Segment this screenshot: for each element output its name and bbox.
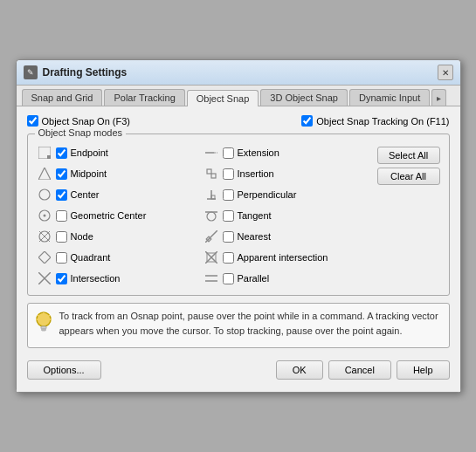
quadrant-checkbox[interactable]	[56, 252, 67, 264]
quadrant-icon	[37, 250, 52, 265]
cancel-button[interactable]: Cancel	[328, 360, 391, 380]
insertion-icon	[204, 166, 219, 181]
tab-dynamic-input[interactable]: Dynamic Input	[349, 89, 430, 106]
bottom-buttons: Options... OK Cancel Help	[27, 355, 450, 383]
tab-3d-object-snap[interactable]: 3D Object Snap	[260, 89, 348, 106]
snap-center: Center	[37, 185, 195, 204]
parallel-label[interactable]: Parallel	[223, 273, 270, 284]
parallel-text: Parallel	[238, 273, 270, 284]
endpoint-icon	[37, 145, 52, 161]
perpendicular-icon	[204, 187, 219, 202]
perpendicular-label[interactable]: Perpendicular	[223, 189, 297, 201]
geometric-center-checkbox[interactable]	[56, 210, 67, 222]
center-text: Center	[71, 189, 100, 200]
center-checkbox[interactable]	[56, 189, 67, 201]
svg-rect-1	[47, 155, 51, 159]
object-snap-on-text: Object Snap On (F3)	[42, 116, 131, 127]
extension-checkbox[interactable]	[223, 147, 234, 159]
snap-endpoint: Endpoint	[37, 143, 195, 162]
tangent-checkbox[interactable]	[223, 210, 234, 222]
quadrant-label[interactable]: Quadrant	[56, 252, 111, 264]
svg-point-12	[43, 215, 45, 217]
svg-rect-6	[211, 174, 216, 178]
extension-label[interactable]: Extension	[223, 147, 279, 159]
snap-quadrant: Quadrant	[37, 248, 195, 267]
endpoint-label[interactable]: Endpoint	[56, 147, 108, 159]
tangent-icon	[204, 208, 219, 223]
snap-tangent: Tangent	[204, 206, 362, 225]
help-button[interactable]: Help	[397, 360, 450, 380]
tab-snap-and-grid[interactable]: Snap and Grid	[22, 89, 103, 106]
app-icon: ✎	[24, 65, 38, 79]
tab-scroll-arrow[interactable]: ▸	[431, 89, 446, 106]
nearest-checkbox[interactable]	[223, 231, 234, 243]
svg-rect-5	[207, 169, 211, 174]
group-title: Object Snap modes	[35, 127, 127, 138]
snap-node: Node	[37, 227, 195, 246]
apparent-intersection-checkbox[interactable]	[223, 252, 234, 264]
clear-all-button[interactable]: Clear All	[377, 168, 440, 185]
node-label[interactable]: Node	[56, 231, 93, 243]
nearest-text: Nearest	[238, 231, 272, 242]
geometric-center-text: Geometric Center	[71, 210, 147, 221]
drafting-settings-dialog: ✎ Drafting Settings ✕ Snap and Grid Pola…	[16, 59, 461, 393]
endpoint-checkbox[interactable]	[56, 147, 67, 159]
tab-bar: Snap and Grid Polar Tracking Object Snap…	[17, 86, 460, 106]
tab-object-snap[interactable]: Object Snap	[187, 90, 259, 106]
midpoint-text: Midpoint	[71, 168, 107, 179]
tab-polar-tracking[interactable]: Polar Tracking	[104, 89, 184, 106]
titlebar-left: ✎ Drafting Settings	[24, 65, 128, 79]
close-button[interactable]: ✕	[438, 65, 453, 80]
nearest-label[interactable]: Nearest	[223, 231, 272, 243]
object-snap-tracking-checkbox[interactable]	[301, 115, 313, 127]
svg-point-13	[207, 212, 216, 221]
parallel-checkbox[interactable]	[223, 273, 234, 284]
object-snap-on-checkbox[interactable]	[27, 115, 38, 127]
object-snap-tracking-label[interactable]: Object Snap Tracking On (F11)	[301, 115, 449, 127]
extension-text: Extension	[238, 147, 279, 158]
parallel-icon	[204, 271, 219, 286]
apparent-intersection-icon	[204, 250, 219, 265]
svg-rect-31	[41, 329, 45, 331]
options-button[interactable]: Options...	[27, 360, 101, 380]
midpoint-icon	[37, 166, 52, 181]
node-checkbox[interactable]	[56, 231, 67, 243]
intersection-checkbox[interactable]	[56, 273, 67, 284]
info-box: To track from an Osnap point, pause over…	[27, 303, 450, 348]
midpoint-label[interactable]: Midpoint	[56, 168, 107, 180]
endpoint-text: Endpoint	[71, 147, 108, 158]
svg-marker-21	[38, 251, 51, 264]
tangent-label[interactable]: Tangent	[223, 210, 272, 222]
snap-perpendicular: Perpendicular	[204, 185, 362, 204]
object-snap-on-label[interactable]: Object Snap On (F3)	[27, 115, 131, 127]
geometric-center-label[interactable]: Geometric Center	[56, 210, 147, 222]
snap-nearest: Nearest	[204, 227, 362, 246]
tangent-text: Tangent	[238, 210, 272, 221]
quadrant-text: Quadrant	[71, 252, 111, 263]
snap-midpoint: Midpoint	[37, 164, 195, 183]
svg-line-19	[205, 230, 217, 243]
apparent-intersection-label[interactable]: Apparent intersection	[223, 252, 328, 264]
info-text: To track from an Osnap point, pause over…	[59, 311, 438, 336]
snap-extension: Extension	[204, 143, 362, 162]
intersection-label[interactable]: Intersection	[56, 273, 121, 284]
svg-point-7	[39, 189, 50, 200]
snap-parallel: Parallel	[204, 269, 362, 288]
center-label[interactable]: Center	[56, 189, 100, 201]
bottom-right-buttons: OK Cancel Help	[276, 360, 450, 380]
ok-button[interactable]: OK	[276, 360, 323, 380]
side-buttons: Select All Clear All	[377, 147, 440, 185]
insertion-label[interactable]: Insertion	[223, 168, 274, 180]
extension-icon	[204, 145, 219, 161]
select-all-button[interactable]: Select All	[377, 147, 440, 164]
midpoint-checkbox[interactable]	[56, 168, 67, 180]
snap-apparent-intersection: Apparent intersection	[204, 248, 362, 267]
insertion-checkbox[interactable]	[223, 168, 234, 180]
nearest-icon	[204, 229, 219, 244]
main-content: Object Snap On (F3) Object Snap Tracking…	[17, 106, 460, 392]
snap-intersection: Intersection	[37, 269, 195, 288]
perpendicular-checkbox[interactable]	[223, 189, 234, 201]
intersection-icon	[37, 271, 52, 286]
lightbulb-icon	[35, 311, 52, 332]
node-icon	[37, 229, 52, 244]
